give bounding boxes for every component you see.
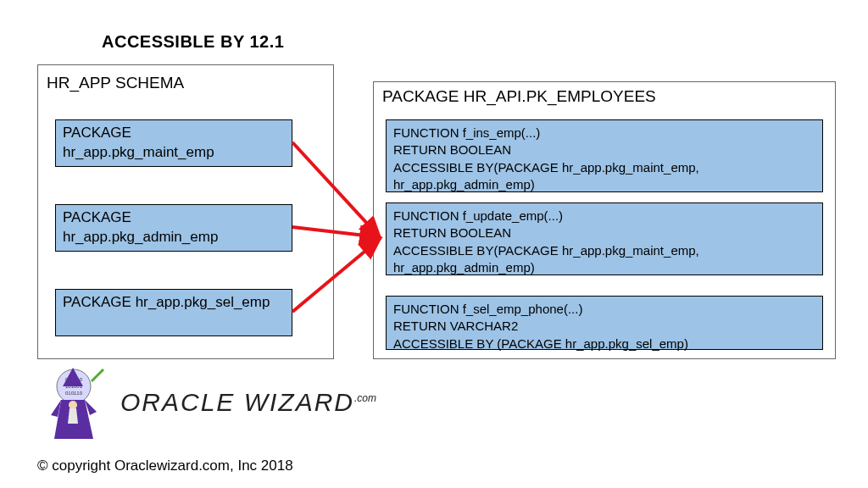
package-maint-emp: PACKAGE hr_app.pkg_maint_emp <box>55 119 292 167</box>
api-title: PACKAGE HR_API.PK_EMPLOYEES <box>382 87 656 106</box>
logo-suffix: .com <box>354 392 376 404</box>
api-package-box: PACKAGE HR_API.PK_EMPLOYEES FUNCTION f_i… <box>373 81 836 359</box>
schema-box: HR_APP SCHEMA PACKAGE hr_app.pkg_maint_e… <box>37 64 334 359</box>
logo-text: ORACLE WIZARD.com <box>120 388 376 417</box>
footer-logo: 010110 101001 010110 ORACLE WIZARD.com <box>36 364 392 441</box>
logo-main: ORACLE WIZARD <box>120 388 354 416</box>
svg-line-5 <box>92 369 103 381</box>
page-title: ACCESSIBLE BY 12.1 <box>102 32 284 52</box>
package-admin-emp: PACKAGE hr_app.pkg_admin_emp <box>55 204 292 252</box>
wizard-icon: 010110 101001 010110 <box>36 364 112 441</box>
schema-title: HR_APP SCHEMA <box>47 74 184 92</box>
copyright-text: © copyright Oraclewizard.com, Inc 2018 <box>37 458 293 474</box>
function-f-ins-emp: FUNCTION f_ins_emp(...) RETURN BOOLEAN A… <box>386 119 823 192</box>
function-f-update-emp: FUNCTION f_update_emp(...) RETURN BOOLEA… <box>386 202 823 275</box>
svg-point-4 <box>69 401 77 409</box>
svg-text:010110: 010110 <box>65 391 83 396</box>
function-f-sel-emp-phone: FUNCTION f_sel_emp_phone(...) RETURN VAR… <box>386 296 823 350</box>
package-sel-emp: PACKAGE hr_app.pkg_sel_emp <box>55 289 292 336</box>
